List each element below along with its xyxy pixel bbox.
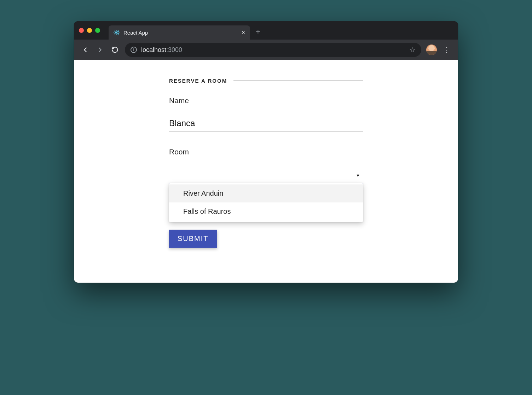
reload-button[interactable] (110, 45, 120, 55)
room-select[interactable]: ▼ River Anduin Falls of Rauros (169, 168, 363, 184)
bookmark-icon[interactable]: ☆ (409, 46, 416, 54)
form-legend: RESERVE A ROOM (169, 78, 227, 84)
svg-point-0 (116, 32, 117, 33)
browser-menu-icon[interactable]: ⋮ (442, 46, 452, 54)
name-label: Name (169, 96, 363, 105)
site-info-icon[interactable]: i (131, 47, 137, 53)
page-content: RESERVE A ROOM Name Room ▼ River Anduin … (74, 60, 458, 283)
minimize-window-button[interactable] (87, 28, 92, 33)
room-field: Room ▼ River Anduin Falls of Rauros (169, 148, 363, 184)
window-controls (79, 28, 100, 33)
tab-strip: React App × + (74, 21, 458, 40)
tab-title: React App (123, 30, 238, 36)
reserve-room-form: RESERVE A ROOM Name Room ▼ River Anduin … (169, 78, 363, 248)
new-tab-button[interactable]: + (256, 27, 260, 36)
room-option[interactable]: Falls of Rauros (169, 202, 363, 220)
address-bar[interactable]: i localhost:3000 ☆ (125, 43, 421, 57)
profile-avatar[interactable] (426, 45, 437, 55)
legend-divider (233, 81, 363, 81)
name-input[interactable] (169, 117, 363, 131)
url-host: localhost:3000 (141, 46, 182, 54)
submit-button[interactable]: SUBMIT (169, 230, 217, 248)
close-window-button[interactable] (79, 28, 84, 33)
browser-window: React App × + i localhost:3000 ☆ ⋮ RESER… (74, 21, 458, 283)
form-legend-row: RESERVE A ROOM (169, 78, 363, 84)
chevron-down-icon: ▼ (356, 173, 360, 178)
browser-tab[interactable]: React App × (109, 25, 250, 40)
forward-button[interactable] (95, 45, 105, 55)
maximize-window-button[interactable] (95, 28, 100, 33)
browser-toolbar: i localhost:3000 ☆ ⋮ (74, 40, 458, 60)
room-label: Room (169, 148, 363, 156)
back-button[interactable] (80, 45, 90, 55)
name-field: Name (169, 96, 363, 131)
room-option[interactable]: River Anduin (169, 184, 363, 202)
react-icon (114, 29, 120, 36)
close-tab-icon[interactable]: × (241, 29, 245, 36)
room-dropdown: River Anduin Falls of Rauros (169, 183, 363, 222)
